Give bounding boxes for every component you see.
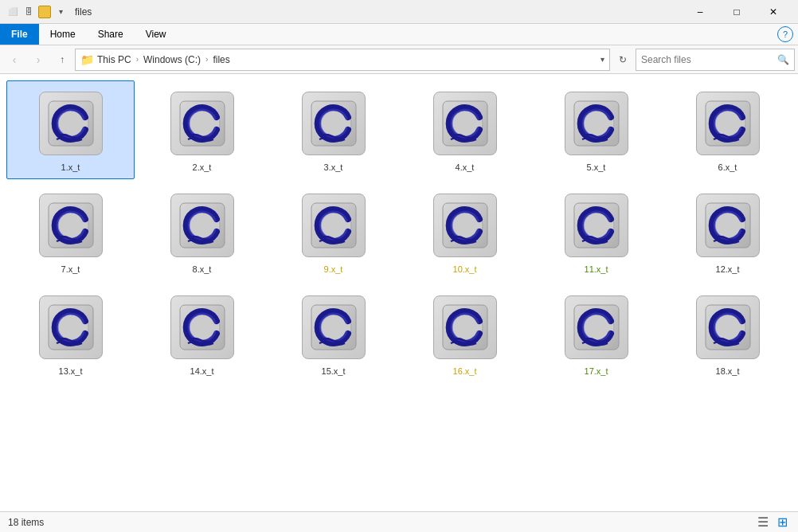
close-button[interactable]: ✕ bbox=[755, 0, 792, 24]
tab-home[interactable]: Home bbox=[39, 24, 87, 45]
file-item-17[interactable]: 17.x_t bbox=[532, 284, 660, 383]
item-count: 18 items bbox=[8, 517, 44, 528]
file-item-2[interactable]: 2.x_t bbox=[138, 80, 266, 179]
status-bar: 18 items ☰ ⊞ bbox=[0, 511, 798, 532]
file-icon-wrapper bbox=[561, 88, 632, 159]
dropdown-arrow[interactable]: ▾ bbox=[54, 6, 67, 18]
file-item-9[interactable]: 9.x_t bbox=[269, 182, 397, 281]
back-button[interactable]: ‹ bbox=[3, 49, 25, 71]
address-bar-row: ‹ › ↑ 📁 This PC › Windows (C:) › files ▾… bbox=[0, 45, 798, 74]
addr-windows: Windows (C:) bbox=[143, 54, 201, 65]
details-view-button[interactable]: ☰ bbox=[755, 514, 771, 530]
file-item-8[interactable]: 8.x_t bbox=[138, 182, 266, 281]
file-icon-wrapper bbox=[298, 291, 370, 363]
file-label: 14.x_t bbox=[190, 366, 214, 376]
file-label: 4.x_t bbox=[456, 162, 475, 172]
file-item-4[interactable]: 4.x_t bbox=[401, 80, 529, 179]
addr-files: files bbox=[213, 54, 229, 65]
addr-sep1: › bbox=[136, 55, 139, 64]
db-file-icon bbox=[696, 194, 760, 257]
tab-share[interactable]: Share bbox=[87, 24, 135, 45]
file-label: 9.x_t bbox=[324, 264, 343, 274]
file-label: 3.x_t bbox=[324, 162, 343, 172]
addr-dropdown[interactable]: ▾ bbox=[600, 55, 604, 64]
db-file-icon bbox=[565, 295, 628, 359]
title-bar: ⬜ 🗄 ▾ files – □ ✕ bbox=[0, 0, 798, 24]
file-label: 1.x_t bbox=[61, 162, 80, 172]
search-box[interactable]: 🔍 bbox=[636, 49, 795, 71]
tab-file[interactable]: File bbox=[0, 24, 39, 45]
file-label: 15.x_t bbox=[322, 366, 346, 376]
file-item-7[interactable]: 7.x_t bbox=[6, 182, 135, 281]
refresh-button[interactable]: ↻ bbox=[612, 49, 634, 71]
minimize-button[interactable]: – bbox=[682, 0, 718, 24]
db-file-icon bbox=[170, 295, 234, 359]
file-item-18[interactable]: 18.x_t bbox=[663, 284, 792, 383]
file-icon-wrapper bbox=[166, 88, 238, 159]
file-icon-wrapper bbox=[166, 190, 238, 261]
maximize-button[interactable]: □ bbox=[718, 0, 755, 24]
file-item-1[interactable]: 1.x_t bbox=[6, 80, 135, 179]
help-button[interactable]: ? bbox=[777, 26, 793, 42]
file-item-16[interactable]: 16.x_t bbox=[401, 284, 529, 383]
db-file-icon bbox=[302, 194, 366, 257]
file-icon-wrapper bbox=[298, 190, 370, 261]
search-input[interactable] bbox=[641, 54, 774, 65]
file-label: 12.x_t bbox=[716, 264, 740, 274]
tab-view[interactable]: View bbox=[135, 24, 178, 45]
file-icon-wrapper bbox=[166, 291, 238, 363]
file-icon-wrapper bbox=[692, 190, 764, 261]
db-file-icon bbox=[170, 194, 234, 257]
file-icon-wrapper bbox=[35, 190, 107, 261]
search-icon: 🔍 bbox=[777, 54, 789, 65]
forward-button[interactable]: › bbox=[27, 49, 49, 71]
db-file-icon bbox=[39, 295, 103, 359]
file-label: 2.x_t bbox=[193, 162, 212, 172]
file-label: 5.x_t bbox=[587, 162, 606, 172]
file-grid: 1.x_t 2.x_t bbox=[6, 80, 792, 383]
title-bar-icons: ⬜ 🗄 ▾ bbox=[6, 6, 67, 18]
file-item-5[interactable]: 5.x_t bbox=[532, 80, 660, 179]
file-icon-wrapper bbox=[692, 291, 764, 363]
db-file-icon bbox=[433, 295, 497, 359]
large-icons-view-button[interactable]: ⊞ bbox=[774, 514, 790, 530]
ribbon-tabs: File Home Share View ? bbox=[0, 24, 798, 45]
file-item-15[interactable]: 15.x_t bbox=[269, 284, 397, 383]
file-icon-wrapper bbox=[692, 88, 764, 159]
file-item-6[interactable]: 6.x_t bbox=[663, 80, 792, 179]
window-controls: – □ ✕ bbox=[682, 0, 792, 24]
db-file-icon bbox=[696, 295, 760, 359]
file-item-12[interactable]: 12.x_t bbox=[663, 182, 792, 281]
file-label: 13.x_t bbox=[59, 366, 83, 376]
file-item-13[interactable]: 13.x_t bbox=[6, 284, 135, 383]
quick-access-icon2: 🗄 bbox=[22, 6, 35, 18]
file-icon-wrapper bbox=[35, 291, 107, 363]
main-content: 1.x_t 2.x_t bbox=[0, 74, 798, 511]
db-file-icon bbox=[565, 194, 628, 257]
db-file-icon bbox=[433, 92, 497, 155]
db-file-icon bbox=[696, 92, 760, 155]
address-box[interactable]: 📁 This PC › Windows (C:) › files ▾ bbox=[75, 49, 610, 71]
file-label: 7.x_t bbox=[61, 264, 80, 274]
file-icon-wrapper bbox=[561, 291, 632, 363]
ribbon: File Home Share View ? bbox=[0, 24, 798, 45]
addr-sep2: › bbox=[205, 55, 208, 64]
file-label: 16.x_t bbox=[453, 366, 477, 376]
file-icon-wrapper bbox=[429, 88, 501, 159]
view-controls: ☰ ⊞ bbox=[755, 514, 790, 530]
file-item-3[interactable]: 3.x_t bbox=[269, 80, 397, 179]
file-item-11[interactable]: 11.x_t bbox=[532, 182, 660, 281]
addr-this-pc: This PC bbox=[97, 54, 131, 65]
up-button[interactable]: ↑ bbox=[51, 49, 73, 71]
file-item-10[interactable]: 10.x_t bbox=[401, 182, 529, 281]
db-file-icon bbox=[433, 194, 497, 257]
file-label: 6.x_t bbox=[718, 162, 737, 172]
file-icon-wrapper bbox=[561, 190, 632, 261]
file-icon-wrapper bbox=[429, 291, 501, 363]
file-item-14[interactable]: 14.x_t bbox=[138, 284, 266, 383]
file-label: 17.x_t bbox=[585, 366, 608, 376]
db-file-icon bbox=[39, 92, 103, 155]
db-file-icon bbox=[302, 295, 366, 359]
file-icon-wrapper bbox=[429, 190, 501, 261]
db-file-icon bbox=[39, 194, 103, 257]
